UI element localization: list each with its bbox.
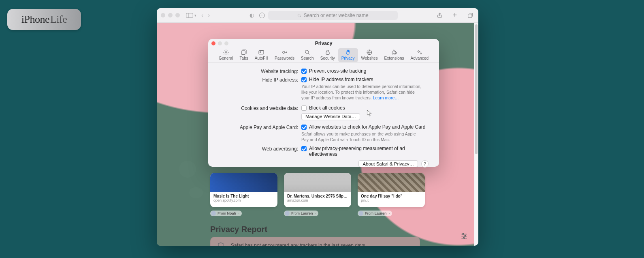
from-chip[interactable]: From Noah › xyxy=(210,211,242,216)
puzzle-icon xyxy=(390,49,398,56)
checkbox-input[interactable] xyxy=(301,105,307,111)
avatar xyxy=(285,211,290,216)
checkbox-input[interactable] xyxy=(301,69,307,74)
back-button[interactable]: ‹ xyxy=(201,12,204,19)
tab-search[interactable]: Search xyxy=(298,48,317,62)
safari-toolbar: ▾ ‹ › ◐ ≡ Search or enter website name + xyxy=(157,8,478,23)
label-web-advertising: Web advertising: xyxy=(218,146,298,152)
tab-tabs[interactable]: Tabs xyxy=(237,48,252,62)
privacy-report-heading: Privacy Report xyxy=(210,225,267,234)
learn-more-link[interactable]: Learn more… xyxy=(373,95,399,100)
checkbox-input[interactable] xyxy=(301,77,307,82)
tab-extensions[interactable]: Extensions xyxy=(381,48,407,62)
tab-advanced[interactable]: Advanced xyxy=(407,48,431,62)
search-icon xyxy=(297,13,301,17)
share-button[interactable] xyxy=(435,11,444,19)
svg-point-12 xyxy=(225,52,227,53)
tab-label: AutoFill xyxy=(255,56,268,60)
url-bar[interactable]: Search or enter website name xyxy=(268,11,398,20)
sidebar-icon xyxy=(186,13,193,18)
tab-privacy[interactable]: Privacy xyxy=(338,48,358,62)
chevron-right-icon: › xyxy=(389,212,390,215)
tab-label: Security xyxy=(320,56,335,60)
checkbox-label: Hide IP address from trackers xyxy=(309,77,373,82)
shield-icon xyxy=(217,241,224,246)
svg-point-16 xyxy=(305,50,309,54)
checkbox-label: Block all cookies xyxy=(309,105,345,111)
privacy-report-text: Safari has not encountered any trackers … xyxy=(231,243,367,246)
card-subtitle: open.spotify.com xyxy=(213,198,274,202)
tabs-overview-button[interactable] xyxy=(466,11,474,19)
tab-label: Search xyxy=(301,56,314,60)
chevron-right-icon: › xyxy=(238,212,239,215)
label-website-tracking: Website tracking: xyxy=(218,68,298,74)
checkbox-hide-ip-from-trackers[interactable]: Hide IP address from trackers xyxy=(301,77,429,82)
chevron-down-icon: ▾ xyxy=(194,13,196,17)
shared-card[interactable]: Music Is The Light open.spotify.com xyxy=(210,173,277,207)
privacy-report-card[interactable]: Safari has not encountered any trackers … xyxy=(210,237,420,246)
checkbox-input[interactable] xyxy=(301,125,307,130)
tab-security[interactable]: Security xyxy=(317,48,338,62)
svg-rect-14 xyxy=(259,50,264,54)
checkbox-input[interactable] xyxy=(301,146,307,151)
content-scrollbar[interactable] xyxy=(475,24,478,154)
watermark-suffix: Life xyxy=(50,13,67,26)
checkbox-prevent-cross-site-tracking[interactable]: Prevent cross-site tracking xyxy=(301,68,429,74)
new-tab-button[interactable]: + xyxy=(451,11,459,19)
customize-startpage-button[interactable] xyxy=(460,232,469,240)
tab-websites[interactable]: Websites xyxy=(358,48,381,62)
tab-label: Privacy xyxy=(341,56,355,60)
forward-button[interactable]: › xyxy=(208,12,210,19)
tab-label: General xyxy=(219,56,233,60)
label-apple-pay: Apple Pay and Apple Card: xyxy=(218,124,298,130)
svg-rect-0 xyxy=(186,13,193,17)
from-name: Lauren xyxy=(301,211,313,215)
avatar xyxy=(211,211,216,216)
checkbox-apple-pay-check[interactable]: Allow websites to check for Apple Pay an… xyxy=(301,124,429,130)
close-button[interactable] xyxy=(161,13,165,17)
label-cookies: Cookies and website data: xyxy=(218,105,298,111)
svg-point-11 xyxy=(463,237,465,239)
privacy-report-button[interactable]: ≡ xyxy=(259,13,265,18)
preferences-dialog: Privacy General Tabs AutoFill Passwords … xyxy=(208,39,439,167)
tab-autofill[interactable]: AutoFill xyxy=(252,48,271,62)
shared-with-you-row: Music Is The Light open.spotify.com From… xyxy=(210,173,425,216)
checkbox-block-all-cookies[interactable]: Block all cookies xyxy=(301,105,429,111)
card-title: Music Is The Light xyxy=(213,194,274,198)
background-shape xyxy=(189,187,203,198)
tab-passwords[interactable]: Passwords xyxy=(271,48,298,62)
manage-website-data-button[interactable]: Manage Website Data… xyxy=(301,113,360,120)
tabs-icon xyxy=(240,49,247,56)
tab-label: Tabs xyxy=(240,56,248,60)
iphonelife-watermark: iPhoneLife xyxy=(7,9,81,30)
appearance-button[interactable]: ◐ xyxy=(248,11,256,19)
shared-card[interactable]: One day i'll say "i do" pin.it xyxy=(358,173,425,207)
from-chip[interactable]: From Lauren › xyxy=(358,211,392,216)
tab-general[interactable]: General xyxy=(215,48,237,62)
pencil-icon xyxy=(258,49,265,56)
about-safari-privacy-button[interactable]: About Safari & Privacy… xyxy=(358,160,418,167)
avatar xyxy=(358,211,363,216)
checkbox-label: Allow websites to check for Apple Pay an… xyxy=(309,124,426,130)
zoom-button[interactable] xyxy=(175,13,180,17)
tab-label: Extensions xyxy=(384,56,404,60)
card-thumbnail xyxy=(210,173,277,192)
hide-ip-help-text: Your IP address can be used to determine… xyxy=(301,84,423,101)
key-icon xyxy=(281,49,288,56)
prefs-title: Privacy xyxy=(208,41,439,46)
search-icon xyxy=(304,49,311,56)
shared-card[interactable]: Dr. Martens, Unisex 2976 Slip Resis… ama… xyxy=(284,173,351,207)
sidebar-toggle[interactable]: ▾ xyxy=(186,11,196,19)
checkbox-ad-measurement[interactable]: Allow privacy-preserving measurement of … xyxy=(301,146,429,157)
svg-rect-13 xyxy=(241,51,245,54)
traffic-lights xyxy=(161,13,180,17)
chevron-right-icon: › xyxy=(315,212,316,215)
help-button[interactable]: ? xyxy=(421,160,429,168)
tab-label: Websites xyxy=(361,56,378,60)
svg-point-21 xyxy=(420,53,421,54)
tabs-icon xyxy=(467,12,473,19)
minimize-button[interactable] xyxy=(168,13,173,17)
from-chip[interactable]: From Lauren › xyxy=(284,211,318,216)
prefs-tabs: General Tabs AutoFill Passwords Search S… xyxy=(208,48,439,62)
url-placeholder: Search or enter website name xyxy=(304,13,369,18)
